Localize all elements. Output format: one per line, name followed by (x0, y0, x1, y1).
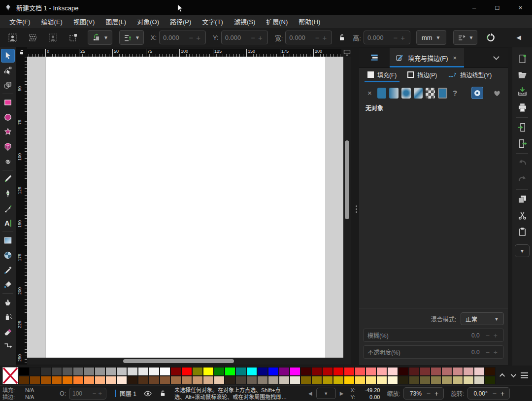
palette-swatch[interactable] (322, 376, 333, 385)
palette-swatch[interactable] (452, 376, 463, 385)
mesh-gradient-button[interactable] (414, 88, 423, 99)
palette-swatch[interactable] (485, 367, 496, 376)
palette-scroll-up-icon[interactable] (499, 373, 505, 379)
palette-swatch[interactable] (170, 367, 181, 376)
palette-swatch[interactable] (279, 367, 290, 376)
horizontal-scrollbar-thumb[interactable] (123, 359, 234, 363)
palette-swatch[interactable] (355, 376, 366, 385)
dock-menu-button[interactable] (484, 48, 508, 67)
palette-swatch[interactable] (300, 367, 311, 376)
menu-edit[interactable]: 编辑(E) (36, 15, 68, 28)
units-dropdown[interactable]: mm ▼ (416, 30, 446, 45)
palette-swatch[interactable] (322, 367, 333, 376)
display-color-management-icon[interactable] (343, 48, 351, 57)
palette-swatch[interactable] (105, 367, 116, 376)
palette-swatch[interactable] (485, 376, 496, 385)
box3d-tool[interactable] (1, 140, 15, 154)
menu-file[interactable]: 文件(F) (4, 15, 36, 28)
dropper-tool[interactable] (1, 263, 15, 277)
palette-swatch[interactable] (116, 367, 127, 376)
palette-swatch[interactable] (452, 367, 463, 376)
text-tool[interactable] (1, 216, 15, 230)
select-all-layers-button[interactable] (25, 30, 40, 45)
z-order-dropdown[interactable]: ▼ (119, 30, 144, 45)
width-input[interactable]: 0.000 −+ (285, 31, 332, 44)
palette-swatch[interactable] (40, 376, 51, 385)
pen-tool[interactable] (1, 187, 15, 200)
palette-swatch[interactable] (257, 376, 268, 385)
palette-swatch[interactable] (300, 376, 311, 385)
palette-swatch[interactable] (441, 376, 452, 385)
tweak-tool[interactable] (1, 295, 15, 309)
palette-swatch[interactable] (149, 367, 160, 376)
rectangle-tool[interactable] (1, 96, 15, 109)
next-message-button[interactable]: ▶ (340, 391, 344, 396)
palette-swatch[interactable] (40, 367, 51, 376)
save-button[interactable] (514, 83, 530, 100)
palette-swatch[interactable] (160, 367, 170, 376)
palette-swatch[interactable] (290, 376, 300, 385)
menu-filters[interactable]: 滤镜(S) (229, 15, 261, 28)
palette-swatch[interactable] (246, 367, 257, 376)
horizontal-ruler[interactable]: 0255075100125150175200 (27, 49, 341, 57)
layer-visibility-icon[interactable] (143, 389, 152, 398)
import-button[interactable] (514, 119, 530, 135)
palette-swatch[interactable] (387, 376, 398, 385)
menu-help[interactable]: 帮助(H) (293, 15, 326, 28)
palette-swatch[interactable] (62, 367, 73, 376)
vertical-scrollbar[interactable] (343, 57, 351, 365)
palette-swatch[interactable] (398, 376, 409, 385)
palette-swatch[interactable] (431, 367, 441, 376)
object-opacity-input[interactable]: 100 −+ (69, 388, 106, 400)
affect-options-dropdown[interactable]: ▼ (453, 30, 478, 45)
palette-swatch[interactable] (431, 376, 441, 385)
palette-swatch[interactable] (279, 376, 290, 385)
palette-swatch[interactable] (95, 367, 105, 376)
select-all-button[interactable] (4, 30, 20, 45)
palette-swatch[interactable] (441, 367, 452, 376)
palette-swatch[interactable] (214, 376, 225, 385)
menu-text[interactable]: 文字(T) (197, 15, 229, 28)
menu-extensions[interactable]: 扩展(N) (261, 15, 293, 28)
cut-button[interactable] (514, 207, 530, 224)
tab-fill-and-stroke[interactable]: 填充与描边(F) × (390, 48, 464, 67)
maximize-button[interactable]: □ (486, 0, 509, 15)
spiral-tool[interactable] (1, 155, 15, 168)
palette-swatch[interactable] (84, 376, 95, 385)
prev-message-button[interactable]: ◀ (308, 391, 312, 396)
palette-swatch[interactable] (409, 376, 420, 385)
print-button[interactable] (514, 100, 530, 116)
linear-gradient-button[interactable] (389, 88, 399, 99)
horizontal-scrollbar[interactable] (27, 358, 343, 365)
palette-swatch[interactable] (192, 367, 203, 376)
palette-swatch[interactable] (30, 367, 40, 376)
close-tab-icon[interactable]: × (452, 53, 459, 63)
flat-color-button[interactable] (377, 88, 387, 99)
tab-stroke-style[interactable]: 描边线型(Y) (444, 68, 496, 82)
gradient-tool[interactable] (1, 234, 15, 247)
minimize-button[interactable]: – (463, 0, 486, 15)
palette-swatch[interactable] (311, 376, 322, 385)
new-document-button[interactable] (514, 51, 530, 67)
palette-swatch[interactable] (116, 376, 127, 385)
palette-swatch[interactable] (463, 367, 474, 376)
menu-path[interactable]: 路径(P) (165, 15, 197, 28)
palette-swatch[interactable] (366, 367, 376, 376)
palette-swatch[interactable] (474, 376, 485, 385)
radial-gradient-button[interactable] (401, 88, 411, 99)
palette-swatch[interactable] (344, 367, 355, 376)
fill-rule-nonzero-button[interactable] (471, 87, 484, 99)
document-page[interactable] (45, 57, 325, 358)
fill-rule-evenodd-button[interactable] (491, 87, 503, 99)
mesh-tool[interactable] (1, 248, 15, 262)
palette-swatch[interactable] (62, 376, 73, 385)
palette-swatch[interactable] (387, 367, 398, 376)
palette-swatch[interactable] (355, 367, 366, 376)
palette-swatch[interactable] (127, 367, 138, 376)
more-commands-button[interactable]: ▼ (515, 244, 530, 257)
spray-tool[interactable] (1, 310, 15, 324)
palette-swatch[interactable] (170, 376, 181, 385)
palette-swatch[interactable] (160, 376, 170, 385)
palette-swatch[interactable] (73, 376, 84, 385)
palette-swatch[interactable] (203, 367, 214, 376)
